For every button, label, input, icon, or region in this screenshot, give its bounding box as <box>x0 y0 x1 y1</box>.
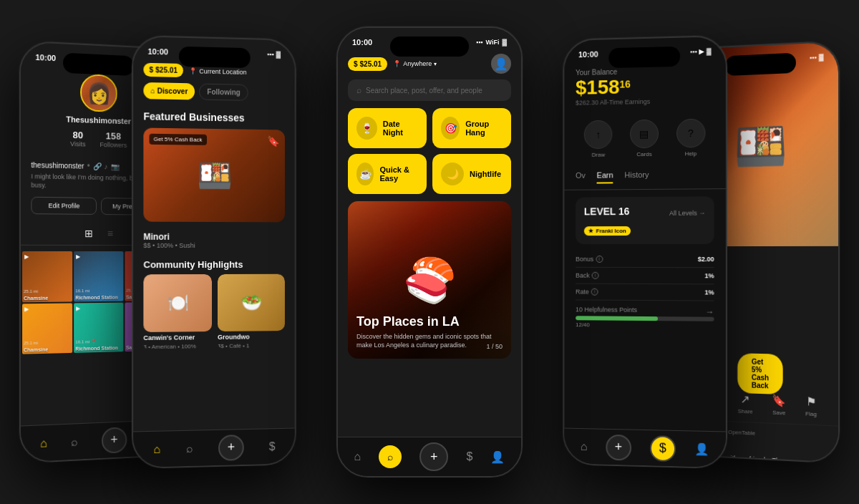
read-more-link[interactable]: more <box>802 459 815 462</box>
category-nightlife[interactable]: 🌙 Nightlife <box>432 154 511 194</box>
tab-earn[interactable]: Earn <box>597 170 613 183</box>
cards-icon: ▤ <box>630 120 659 149</box>
community-item[interactable]: 🍽️ Canwin's Corner $ • American • 100% <box>143 274 212 350</box>
phone-wallet: 10:00 ▪▪▪ ▶ ▓ Your Balance $ 158 16 $262… <box>563 35 727 469</box>
search-nav-2[interactable]: ⌕ <box>186 442 193 455</box>
wallet-nav-3[interactable]: $ <box>466 450 472 463</box>
hero-card[interactable]: 🍣 Top Places in LA Discover the hidden g… <box>348 201 511 359</box>
featured-info: Minori $$ • 100% • Sushi <box>133 228 294 253</box>
tab-history[interactable]: History <box>624 170 649 183</box>
nightlife-icon: 🌙 <box>441 163 464 185</box>
featured-card[interactable]: 🍱 Get 5% Cash Back 🔖 <box>143 128 285 223</box>
rate-value: 1% <box>704 289 714 296</box>
progress-bar <box>576 316 714 321</box>
share-action[interactable]: ↗ Share <box>738 392 753 415</box>
wallet-tabs: Ov Earn History <box>564 164 725 190</box>
rate-label: Rate i <box>576 289 598 296</box>
profile-nav-4[interactable]: 👤 <box>694 442 709 457</box>
dynamic-island-2 <box>179 47 251 68</box>
grid-view-icon[interactable]: ⊞ <box>84 228 93 239</box>
dynamic-island-3 <box>390 37 469 57</box>
phones-container: 10:00 ▪▪▪ ▓ 👩 Thesushimonster 80 Visits <box>0 0 859 504</box>
add-button[interactable]: + <box>102 427 127 454</box>
community-title: Community Highlights <box>133 253 294 274</box>
hero-counter: 1 / 50 <box>486 343 503 350</box>
wallet-nav-2[interactable]: $ <box>269 440 276 453</box>
time-4: 10:00 <box>578 50 598 59</box>
help-label: Help <box>685 150 697 157</box>
profile-nav-3[interactable]: 👤 <box>490 450 505 464</box>
community-photo-2: 🥗 <box>218 274 285 331</box>
tab-discover-label: Discover <box>157 87 188 95</box>
info-icon: i <box>596 256 603 263</box>
add-button-4[interactable]: + <box>606 434 631 460</box>
photo-item[interactable]: ▶ Chamsine 25.1 mi <box>22 251 72 302</box>
hero-title: Top Places in LA <box>356 314 503 329</box>
food-icon: 🍱 <box>734 120 787 172</box>
tab-bar-2: ⌂ Discover Following <box>133 82 294 107</box>
dollar-icon: $ <box>149 66 153 74</box>
nightlife-label: Nightlife <box>470 170 501 178</box>
reward-row-rate: Rate i 1% <box>576 284 714 301</box>
flag-label: Flag <box>805 410 817 417</box>
reward-row-bonus: Bonus i $2.00 <box>576 251 714 268</box>
category-date-night[interactable]: 🍷 Date Night <box>348 108 427 148</box>
chevron-down-icon: ▾ <box>434 61 437 67</box>
add-button-2[interactable]: + <box>218 435 244 461</box>
group-hang-icon: 🎯 <box>441 117 460 140</box>
search-nav-3[interactable]: ⌕ <box>379 445 402 468</box>
wallet-amount: $ 158 16 <box>576 75 714 98</box>
add-button-3[interactable]: + <box>419 442 448 471</box>
progress-label: 12/40 <box>576 321 714 329</box>
main-balance-badge: $ $25.01 <box>348 57 387 71</box>
category-group-hang[interactable]: 🎯 Group Hang <box>432 108 511 148</box>
tab-overview[interactable]: Ov <box>576 171 586 184</box>
reward-row-cashback: Back i 1% <box>576 268 714 285</box>
group-hang-label: Group Hang <box>465 120 503 137</box>
tab-following[interactable]: Following <box>199 84 248 101</box>
save-action[interactable]: 🔖 Save <box>772 394 786 417</box>
home-nav-2[interactable]: ⌂ <box>153 442 160 455</box>
home-nav-icon[interactable]: ⌂ <box>40 437 47 450</box>
play-icon: ▶ <box>24 306 29 312</box>
home-nav-3[interactable]: ⌂ <box>354 450 361 463</box>
arrow-icon: → <box>705 307 714 317</box>
photo-item[interactable]: ▶ Chamsine 25.1 mi <box>22 303 72 354</box>
wallet-cents: 16 <box>619 78 630 89</box>
search-bar[interactable]: ⌕ Search place, post, offer, and people <box>348 79 511 101</box>
star-icon: ★ <box>588 228 593 234</box>
search-placeholder: Search place, post, offer, and people <box>366 87 482 94</box>
community-grid: 🍽️ Canwin's Corner $ • American • 100% 🥗… <box>133 274 294 351</box>
bottom-nav-3: ⌂ ⌕ + $ 👤 <box>338 437 521 476</box>
cashback-pill[interactable]: Get 5% Cash Back <box>737 353 783 394</box>
list-view-icon[interactable]: ≡ <box>107 228 113 239</box>
edit-profile-button[interactable]: Edit Profile <box>31 197 97 215</box>
time-2: 10:00 <box>147 47 168 57</box>
quick-easy-icon: ☕ <box>356 163 374 185</box>
search-nav-icon[interactable]: ⌕ <box>71 435 78 449</box>
save-label: Save <box>772 410 785 417</box>
all-levels-link[interactable]: All Levels → <box>669 210 705 217</box>
wallet-button-4[interactable]: $ <box>650 435 676 462</box>
progress-fill <box>576 316 658 321</box>
cards-action[interactable]: ▤ Cards <box>630 120 659 158</box>
info-icon-3: i <box>591 289 598 296</box>
user-avatar-3[interactable]: 👤 <box>491 54 511 74</box>
wallet-dollar: $ <box>576 78 586 98</box>
community-item-2[interactable]: 🥗 Groundwo $$ • Café • 1 <box>218 274 285 349</box>
home-nav-4[interactable]: ⌂ <box>581 440 588 452</box>
signal-icon-4: ▪▪▪ <box>690 48 697 55</box>
dynamic-island-4 <box>608 47 680 68</box>
draw-action[interactable]: ↑ Draw <box>584 120 612 158</box>
help-action[interactable]: ? Help <box>676 119 705 158</box>
quick-easy-label: Quick & Easy <box>379 165 418 183</box>
tab-home[interactable]: ⌂ Discover <box>143 82 195 100</box>
main-location: 📍 Anywhere ▾ <box>393 60 485 67</box>
photo-item[interactable]: ▶ Richmond Station 16.1 mi 📍 <box>74 302 123 353</box>
location-icon: 📍 <box>189 67 197 74</box>
category-quick-easy[interactable]: ☕ Quick & Easy <box>348 154 427 194</box>
photo-item[interactable]: ▶ Richmond Station 16.1 mi <box>74 251 123 301</box>
category-grid: 🍷 Date Night 🎯 Group Hang ☕ Quick & Easy… <box>338 108 521 194</box>
flag-action[interactable]: ⚑ Flag <box>805 394 817 417</box>
bookmark-icon[interactable]: 🔖 <box>267 135 279 147</box>
